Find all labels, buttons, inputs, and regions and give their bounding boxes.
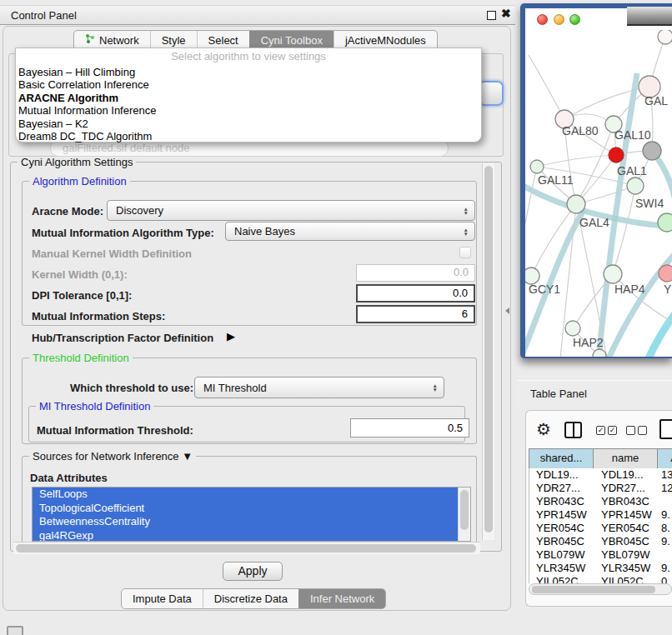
algorithm-combo-focused[interactable]	[479, 81, 504, 106]
table-icon[interactable]	[659, 419, 672, 439]
network-canvas[interactable]: GALGAL80GAL10GAL1GAL11GAL4SWI4GCY1HAP4YH…	[525, 30, 672, 357]
algorithm-option-dream8-dc-tdc-algorithm[interactable]: Dream8 DC_TDC Algorithm	[16, 130, 481, 142]
attribute-items: SelfLoopsTopologicalCoefficientBetweenne…	[33, 488, 470, 542]
algorithm-definition-title: Algorithm Definition	[29, 175, 130, 188]
node-gcy1-label: GCY1	[529, 282, 560, 296]
label-swi4-label: SWI4	[635, 197, 664, 210]
select-all-icon[interactable]: ✓	[608, 426, 617, 435]
dpi-tolerance-label: DPI Tolerance [0,1]:	[32, 289, 132, 302]
minimized-panel-icon[interactable]	[7, 626, 23, 635]
vertical-scrollbar-thumb[interactable]	[484, 166, 493, 532]
close-traffic-icon[interactable]	[537, 14, 548, 25]
attribute-item-betweennesscentrality[interactable]: BetweennessCentrality	[33, 515, 458, 529]
which-threshold-combo[interactable]: MI Threshold ▲▼	[194, 377, 444, 398]
manual-kernel-label: Manual Kernel Width Definition	[32, 248, 192, 260]
list-scrollbar[interactable]	[458, 488, 470, 541]
table-row[interactable]: YDL19...YDL19...13	[529, 468, 672, 482]
list-scrollbar-thumb[interactable]	[460, 490, 469, 530]
node-salmon[interactable]	[659, 265, 672, 282]
node-hap4[interactable]	[604, 265, 622, 283]
background-window-titlebar	[627, 7, 672, 26]
deselect-all-icon[interactable]	[638, 426, 647, 435]
table-cell: 8.	[659, 522, 672, 535]
table-row[interactable]: YDR27...YDR27...12	[529, 482, 672, 495]
which-threshold-value: MI Threshold	[203, 382, 267, 394]
mi-type-value: Naive Bayes	[234, 225, 295, 238]
mi-steps-field[interactable]: 6	[356, 305, 475, 323]
table-cell: YBR043C	[529, 495, 594, 508]
table-row[interactable]: YBR043CYBR043C	[529, 495, 672, 508]
table-row[interactable]: YER054CYER054C8.	[529, 522, 672, 535]
settings-gear-icon[interactable]: ⚙	[536, 419, 551, 439]
algorithm-option-bayesian-hill-climbing[interactable]: Bayesian – Hill Climbing	[16, 66, 481, 78]
table-scrollbar-thumb[interactable]	[532, 586, 655, 593]
node-gal11[interactable]	[530, 160, 544, 173]
algorithm-option-basic-correlation-inference[interactable]: Basic Correlation Inference	[16, 78, 481, 91]
network-edge[interactable]	[529, 55, 564, 119]
hub-section-label[interactable]: Hub/Transcription Factor Definition	[32, 332, 213, 344]
table-cell: YER054C	[594, 522, 659, 535]
aracne-mode-combo[interactable]: Discovery ▲▼	[107, 200, 475, 221]
zoom-traffic-icon[interactable]	[569, 14, 580, 25]
stepper-icon: ▲▼	[433, 383, 438, 392]
node-gal4[interactable]	[567, 195, 585, 213]
node-green-right[interactable]	[658, 213, 672, 232]
dpi-tolerance-field[interactable]: 0.0	[356, 284, 475, 302]
table-row[interactable]: YPR145WYPR145W9.	[529, 508, 672, 522]
node-gcy1[interactable]	[525, 268, 539, 284]
minimize-traffic-icon[interactable]	[554, 14, 564, 25]
table-cell: YLR345W	[594, 562, 659, 575]
table-cell: YBR043C	[594, 495, 659, 508]
node-red[interactable]	[609, 148, 624, 162]
float-window-icon[interactable]	[487, 11, 496, 20]
attribute-item-selfloops[interactable]: SelfLoops	[33, 488, 458, 502]
node-hap2[interactable]	[565, 321, 580, 336]
splitter-arrow-icon[interactable]	[505, 308, 509, 314]
table-cell: 13	[659, 468, 672, 482]
node-gal1-label: GAL1	[617, 164, 647, 178]
collapse-arrow-icon[interactable]: ▼	[182, 450, 193, 462]
attribute-item-gal4rgexp[interactable]: gal4RGexp	[33, 529, 458, 542]
split-columns-icon[interactable]	[564, 422, 582, 438]
tab-impute-data[interactable]: Impute Data	[122, 589, 203, 608]
node-hap2-label: HAP2	[573, 336, 604, 349]
screen: Control Panel ✖ NetworkStyleSelectCyni T…	[0, 0, 672, 635]
node-top-partial[interactable]	[658, 30, 672, 44]
table-row[interactable]: YBL079WYBL079W	[529, 548, 672, 562]
horizontal-scrollbar-thumb[interactable]	[16, 544, 476, 552]
settings-vertical-scrollbar[interactable]	[482, 163, 494, 540]
apply-button[interactable]: Apply	[223, 562, 283, 581]
close-icon[interactable]: ✖	[501, 7, 511, 20]
algorithm-option-bayesian-k2[interactable]: Bayesian – K2	[16, 118, 481, 130]
table-row[interactable]: YLR345WYLR345W9.	[529, 562, 672, 575]
node-gal1[interactable]	[627, 178, 644, 194]
table-cell: YBL079W	[594, 548, 659, 562]
table-row[interactable]: YBR045CYBR045C9.	[529, 535, 672, 548]
node-gal-cut-label: GAL	[644, 94, 668, 108]
node-salmon-label: Y	[664, 282, 672, 296]
network-window[interactable]: GALGAL80GAL10GAL1GAL11GAL4SWI4GCY1HAP4YH…	[520, 3, 672, 358]
table-body: YDL19...YDL19...13YDR27...YDR27...12YBR0…	[529, 468, 672, 583]
algorithm-option-aracne-algorithm[interactable]: ARACNE Algorithm	[16, 92, 481, 104]
mi-threshold-field[interactable]: 0.5	[350, 418, 469, 438]
tab-infer-network[interactable]: Infer Network	[298, 589, 385, 608]
table-row[interactable]: YIL052CYIL052C0	[529, 575, 672, 583]
expand-arrow-icon[interactable]: ▶	[227, 330, 235, 342]
network-edge[interactable]	[537, 155, 616, 167]
table-horizontal-scrollbar[interactable]	[529, 583, 672, 595]
tab-discretize-data[interactable]: Discretize Data	[203, 589, 298, 608]
column-header-a[interactable]: A	[658, 449, 672, 468]
node-gray[interactable]	[643, 142, 661, 160]
table-cell: 9.	[659, 508, 672, 522]
column-header-name[interactable]: name	[594, 449, 658, 468]
data-attributes-list[interactable]: SelfLoopsTopologicalCoefficientBetweenne…	[32, 487, 471, 542]
node-bottom[interactable]	[593, 349, 606, 357]
attribute-item-topologicalcoefficient[interactable]: TopologicalCoefficient	[33, 502, 458, 516]
deselect-all-icon[interactable]	[626, 426, 635, 435]
mi-type-combo[interactable]: Naive Bayes ▲▼	[225, 222, 475, 241]
column-header-shared-[interactable]: shared...	[529, 449, 594, 468]
manual-kernel-checkbox[interactable]	[459, 247, 471, 258]
algorithm-option-mutual-information-inference[interactable]: Mutual Information Inference	[16, 104, 481, 117]
select-all-icon[interactable]: ✓	[596, 426, 605, 435]
settings-horizontal-scrollbar[interactable]	[13, 542, 480, 554]
